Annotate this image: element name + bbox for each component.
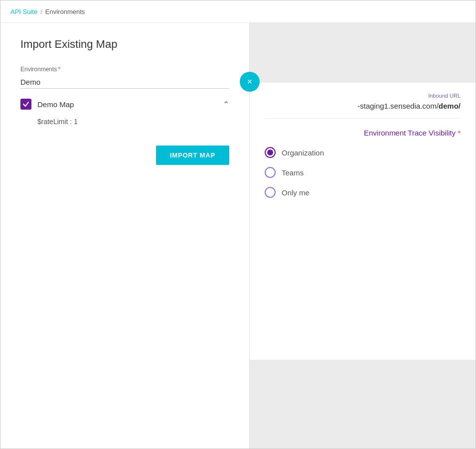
- radio-inner-organization: [267, 150, 273, 155]
- radio-circle-teams: [265, 167, 276, 178]
- import-map-button[interactable]: IMPORT MAP: [156, 146, 229, 165]
- radio-item-only-me[interactable]: Only me: [265, 187, 461, 198]
- breadcrumb-separator: /: [40, 8, 42, 15]
- modal-panel: Import Existing Map Environments* Demo M…: [0, 23, 250, 449]
- radio-item-organization[interactable]: Organization: [265, 147, 461, 158]
- trace-required-indicator: *: [458, 129, 461, 137]
- main-layout: Import Existing Map Environments* Demo M…: [0, 23, 476, 449]
- right-content-area: Inbound URL -staging1.sensedia.com/demo/…: [250, 83, 476, 360]
- close-icon: ×: [247, 77, 253, 86]
- inbound-url-prefix: -staging1.sensedia.com/: [357, 102, 439, 110]
- map-item: Demo Map ⌃ $rateLimit : 1: [20, 99, 229, 126]
- inbound-url-value: -staging1.sensedia.com/demo/: [265, 102, 461, 110]
- right-top-gray-area: [250, 23, 476, 83]
- environments-input[interactable]: [20, 76, 229, 89]
- breadcrumb: API Suite / Environments: [0, 0, 476, 23]
- inbound-url-section: Inbound URL -staging1.sensedia.com/demo/: [265, 93, 461, 119]
- map-checkbox[interactable]: [20, 99, 31, 110]
- radio-label-only-me: Only me: [282, 188, 310, 197]
- breadcrumb-link-api-suite[interactable]: API Suite: [10, 8, 37, 15]
- inbound-url-label: Inbound URL: [265, 93, 461, 99]
- import-button-container: IMPORT MAP: [20, 146, 229, 165]
- radio-circle-only-me: [265, 187, 276, 198]
- close-button[interactable]: ×: [240, 72, 260, 92]
- trace-radio-group: Organization Teams Only me: [265, 147, 461, 198]
- radio-circle-organization: [265, 147, 276, 158]
- environments-label: Environments*: [20, 66, 229, 73]
- inbound-url-bold: demo/: [439, 102, 461, 110]
- required-indicator: *: [58, 66, 60, 73]
- app-container: API Suite / Environments Import Existing…: [0, 0, 476, 449]
- breadcrumb-current: Environments: [45, 8, 85, 15]
- chevron-up-icon[interactable]: ⌃: [223, 100, 229, 109]
- radio-label-organization: Organization: [282, 149, 324, 157]
- map-detail: $rateLimit : 1: [20, 118, 229, 126]
- map-name: Demo Map: [37, 100, 217, 109]
- right-bottom-gray-area: [250, 360, 476, 449]
- environments-field-group: Environments*: [20, 66, 229, 89]
- radio-item-teams[interactable]: Teams: [265, 167, 461, 178]
- radio-label-teams: Teams: [282, 168, 304, 177]
- map-header: Demo Map ⌃: [20, 99, 229, 110]
- modal-title: Import Existing Map: [20, 38, 229, 51]
- right-panel: Inbound URL -staging1.sensedia.com/demo/…: [250, 23, 476, 449]
- trace-visibility-title: Environment Trace Visibility *: [265, 129, 461, 137]
- trace-visibility-section: Environment Trace Visibility * Organizat…: [265, 129, 461, 198]
